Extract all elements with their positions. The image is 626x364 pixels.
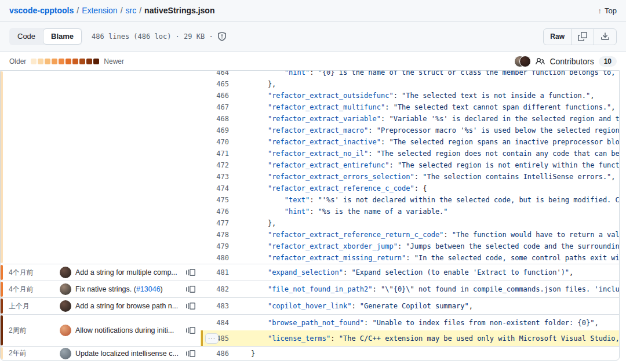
code-token: : (443, 231, 452, 239)
code-token: : (310, 196, 318, 204)
versions-icon (186, 285, 195, 294)
commit-author-avatar[interactable] (60, 267, 71, 278)
file-meta: 486 lines (486 loc) · 29 KB · (92, 32, 227, 41)
expand-hunk-button[interactable]: ··· (205, 333, 219, 344)
recency-heat-bar (1, 71, 3, 263)
view-blame-prior-button[interactable] (186, 326, 195, 335)
line-number[interactable]: 469 (200, 126, 229, 134)
commit-message-link[interactable]: Fix native strings. (#13046) (75, 285, 163, 293)
code-token (251, 285, 268, 293)
commit-author-avatar[interactable] (60, 283, 71, 295)
line-number[interactable]: 468 (200, 115, 229, 123)
contributors-link[interactable]: Contributors (549, 57, 594, 66)
line-number[interactable]: 483 (200, 302, 229, 310)
pull-request-link[interactable]: #13046 (136, 285, 161, 293)
code-token: , (611, 173, 615, 181)
heat-swatch (45, 59, 50, 64)
line-number[interactable]: 464 (200, 71, 229, 77)
tab-code[interactable]: Code (10, 28, 43, 45)
line-number[interactable]: 474 (200, 184, 229, 192)
view-blame-prior-button[interactable] (186, 301, 195, 311)
line-number[interactable]: 472 (200, 161, 229, 169)
line-number[interactable]: 466 (200, 92, 229, 100)
code-text: "refactor_extract_outsidefunc": "The sel… (251, 92, 619, 100)
code-token: : (310, 208, 318, 216)
back-to-top-button[interactable]: ↑ Top (598, 6, 617, 15)
code-token (251, 150, 268, 158)
line-number[interactable]: 470 (200, 138, 229, 146)
code-line: 480 "refactor_extract_missing_return": "… (200, 252, 619, 264)
download-raw-button[interactable] (594, 29, 616, 45)
breadcrumb-src-link[interactable]: src (126, 6, 137, 15)
line-number[interactable]: 481 (200, 268, 229, 276)
code-token: : (373, 285, 381, 293)
code-token: : (381, 115, 389, 123)
commit-age: 4个月前 (9, 268, 60, 278)
code-text: "refactor_extract_variable": "Variable '… (251, 115, 619, 123)
code-text: "refactor_extract_missing_return": "In t… (251, 254, 619, 262)
line-number[interactable]: 479 (200, 242, 229, 250)
code-token: "In the selected code, some control path… (414, 254, 619, 262)
breadcrumb-repo-link[interactable]: vscode-cpptools (9, 6, 74, 15)
code-token: "copilot_hover_link" (268, 302, 352, 310)
line-number[interactable]: 465 (200, 80, 229, 88)
code-token: "expand_selection" (268, 268, 343, 276)
code-token: "refactor_extract_multifunc" (268, 103, 385, 111)
commit-message-link[interactable]: Allow notifications during initi... (75, 326, 174, 334)
breadcrumb-separator: / (121, 6, 123, 15)
code-token: , (469, 302, 473, 310)
heat-scale (31, 59, 99, 64)
commit-message-link[interactable]: Add a string for multiple comp... (75, 268, 177, 276)
code-token (251, 92, 268, 100)
commit-author-avatar[interactable] (60, 348, 71, 359)
line-number[interactable]: 471 (200, 150, 229, 158)
code-token: "refactor_extract_missing_return" (268, 254, 406, 262)
line-number[interactable]: 475 (200, 196, 229, 204)
commit-author-avatar[interactable] (60, 325, 71, 336)
breadcrumb-extension-link[interactable]: Extension (82, 6, 117, 15)
code-line: 474 "refactor_extract_reference_c_code":… (200, 183, 619, 194)
code-line: ···485 "license_terms": "The C/C++ exten… (200, 330, 619, 346)
recency-legend: Older Newer (9, 57, 124, 65)
code-token (251, 334, 268, 343)
line-number[interactable]: 473 (200, 173, 229, 181)
code-token: : (398, 242, 406, 250)
commit-info: 2周前Allow notifications during initi... (1, 315, 200, 346)
code-token: : (368, 150, 376, 158)
blame-hunk: 4个月前Fix native strings. (#13046)482 "fil… (1, 281, 619, 297)
tab-blame[interactable]: Blame (43, 28, 82, 45)
code-line: 465 }, (200, 78, 619, 90)
recency-heat-bar (1, 347, 3, 359)
shield-alert-icon[interactable] (217, 32, 227, 41)
code-token: "refactor_extract_reference_return_c_cod… (268, 231, 443, 239)
view-blame-prior-button[interactable] (186, 268, 195, 277)
line-number[interactable]: 482 (200, 285, 229, 293)
code-token: : (394, 92, 402, 100)
commit-author-avatar[interactable] (60, 300, 71, 312)
people-icon (536, 57, 545, 66)
commit-message-link[interactable]: Add a string for browse path n... (75, 302, 178, 310)
code-token: : (381, 138, 389, 146)
code-text: "text": "'%s' is not declared within the… (251, 196, 619, 204)
contributors-count-badge: 10 (599, 56, 617, 67)
line-number[interactable]: 486 (200, 350, 229, 358)
line-number[interactable]: 476 (200, 208, 229, 216)
breadcrumb-separator: / (139, 6, 141, 15)
contributors-widget: Contributors 10 (514, 56, 617, 67)
breadcrumb: vscode-cpptools / Extension / src / nati… (9, 6, 214, 15)
line-number[interactable]: 477 (200, 219, 229, 227)
contributor-avatar[interactable] (519, 56, 531, 67)
line-number[interactable]: 480 (200, 254, 229, 262)
line-number[interactable]: 484 (200, 319, 229, 327)
blame-hunk: 2年前Update localized intellisense c...486… (1, 346, 619, 360)
line-number[interactable]: 478 (200, 231, 229, 239)
copy-raw-button[interactable] (571, 29, 594, 45)
view-blame-prior-button[interactable] (186, 349, 195, 358)
code-line: 482 "file_not_found_in_path2": "\"{0}\" … (200, 281, 619, 297)
line-number[interactable]: 467 (200, 103, 229, 111)
file-header-bar: vscode-cpptools / Extension / src / nati… (0, 0, 626, 21)
view-blame-prior-button[interactable] (186, 285, 195, 294)
commit-message-link[interactable]: Update localized intellisense c... (75, 350, 179, 358)
raw-button[interactable]: Raw (544, 29, 571, 45)
commit-age: 4个月前 (9, 285, 60, 294)
